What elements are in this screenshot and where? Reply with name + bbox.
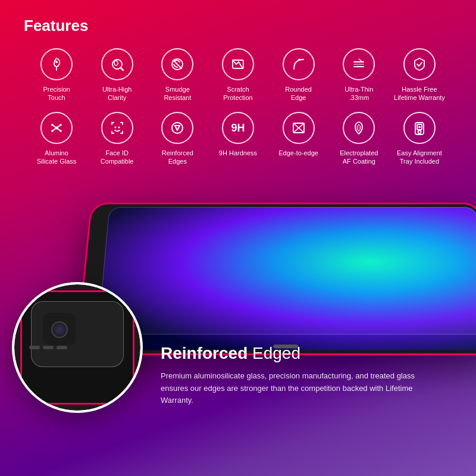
svg-point-2 [114, 61, 118, 65]
feature-ultra-thin: Ultra-Thin.33mm [329, 48, 389, 102]
alumino-silicate-label: AluminoSilicate Glass [37, 149, 77, 166]
circle-zoom [12, 282, 143, 413]
svg-line-17 [57, 125, 61, 128]
glass-overlay [98, 207, 476, 334]
feature-precision-touch: PrecisionTouch [27, 48, 86, 102]
svg-point-30 [418, 126, 421, 128]
feature-reinforced-edges: ReinforcedEdges [148, 112, 207, 166]
feature-ultra-high-clarity: Ultra-HighClarity [87, 48, 147, 102]
9h-hardness-icon: 9H [222, 112, 254, 144]
ultra-high-clarity-label: Ultra-HighClarity [102, 85, 132, 102]
precision-touch-label: PrecisionTouch [43, 85, 70, 102]
smudge-resistant-label: SmudgeResistant [164, 85, 191, 102]
feature-9h-hardness: 9H 9H Hardness [208, 112, 268, 157]
feature-easy-alignment: Easy AlignmentTray Included [390, 112, 449, 166]
feature-edge-to-edge: Edge-to-edge [269, 112, 328, 157]
feature-alumino-silicate: AluminoSilicate Glass [27, 112, 86, 166]
smudge-resistant-icon [161, 48, 193, 80]
main-container: Features PrecisionTouch [0, 0, 476, 476]
face-id-icon [101, 112, 133, 144]
reinforced-edges-icon [161, 112, 193, 144]
circle-side-btn-3 [57, 346, 67, 349]
reinforced-description: Premium aluminosilicate glass, precision… [161, 370, 422, 407]
feature-hassle-free: Hassle FreeLifetime Warranty [390, 48, 449, 102]
rounded-edge-icon [283, 48, 315, 80]
feature-rounded-edge: RoundedEdge [269, 48, 328, 102]
svg-point-20 [114, 126, 116, 128]
svg-line-18 [52, 128, 57, 131]
reinforced-heading: Reinforced Edged [161, 344, 452, 363]
9h-badge: 9H [231, 123, 245, 133]
feature-scratch-protection: ScratchProtection [208, 48, 268, 102]
ultra-thin-icon [343, 48, 375, 80]
scratch-protection-icon [222, 48, 254, 80]
ultra-thin-label: Ultra-Thin.33mm [345, 85, 373, 102]
icon-row-1: PrecisionTouch Ultra-HighClarity [24, 48, 452, 102]
circle-side-btn-2 [43, 346, 54, 349]
alumino-silicate-icon [40, 112, 73, 144]
electroplated-icon [343, 112, 375, 144]
svg-line-19 [57, 128, 61, 131]
face-id-label: Face IDCompatible [101, 149, 134, 166]
circle-side-btn-1 [29, 346, 40, 349]
rounded-edge-label: RoundedEdge [285, 85, 312, 102]
icon-row-2: AluminoSilicate Glass Face IDCompatible [24, 112, 452, 166]
features-section: Features PrecisionTouch [0, 0, 476, 187]
feature-electroplated: ElectroplatedAF Coating [329, 112, 389, 166]
content-section: Reinforced Edged Premium aluminosilicate… [161, 344, 452, 407]
svg-line-3 [121, 68, 123, 70]
feature-face-id: Face IDCompatible [87, 112, 147, 166]
svg-point-28 [418, 130, 421, 133]
easy-alignment-icon [403, 112, 436, 144]
ultra-high-clarity-icon [101, 48, 133, 80]
reinforced-edges-label: ReinforcedEdges [162, 149, 193, 166]
reinforced-normal: Edged [248, 344, 300, 362]
phone-section: Reinforced Edged Premium aluminosilicate… [0, 193, 476, 419]
circle-inner [14, 284, 140, 411]
svg-point-22 [172, 123, 183, 133]
hassle-free-icon [403, 48, 436, 80]
hassle-free-label: Hassle FreeLifetime Warranty [394, 85, 445, 102]
precision-touch-icon [40, 48, 73, 80]
circle-glass-edge [31, 301, 124, 367]
edge-to-edge-icon [283, 112, 315, 144]
circle-side-btns [29, 346, 67, 349]
reinforced-bold: Reinforced [161, 344, 248, 362]
svg-line-16 [52, 125, 57, 128]
features-title: Features [24, 17, 452, 35]
edge-to-edge-label: Edge-to-edge [278, 149, 318, 157]
electroplated-label: ElectroplatedAF Coating [340, 149, 378, 166]
svg-point-21 [118, 126, 120, 128]
circle-phone-corner [20, 290, 134, 405]
svg-point-0 [55, 61, 58, 63]
feature-smudge-resistant: SmudgeResistant [148, 48, 207, 102]
scratch-protection-label: ScratchProtection [223, 85, 253, 102]
9h-hardness-label: 9H Hardness [219, 149, 257, 157]
easy-alignment-label: Easy AlignmentTray Included [397, 149, 442, 166]
